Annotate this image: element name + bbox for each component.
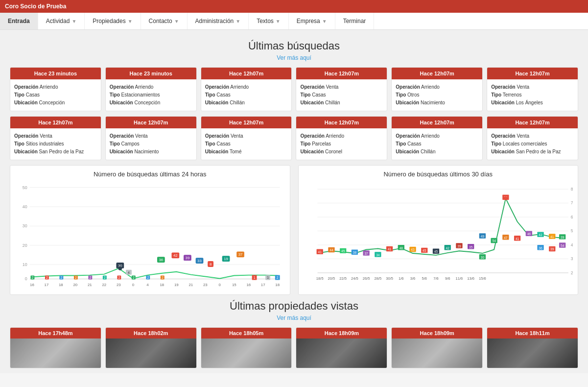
busqueda-card[interactable]: Hace 12h07m Operación Arriendo Tipo Parc… — [296, 116, 387, 160]
props-cards-grid: Hace 17h48m Hace 18h02m Hace 18h05m Hace… — [10, 327, 578, 368]
chart-30d: Número de búsquedas últimos 30 días 80 7… — [298, 165, 579, 295]
svg-text:44: 44 — [329, 248, 333, 252]
prop-card-header: Hace 18h05m — [201, 328, 292, 339]
svg-text:21: 21 — [188, 283, 193, 287]
svg-text:39: 39 — [560, 236, 564, 239]
prop-card[interactable]: Hace 18h09m — [296, 327, 387, 368]
svg-text:2: 2 — [31, 276, 33, 279]
busqueda-card[interactable]: Hace 12h07m Operación Venta Tipo Terreno… — [487, 67, 578, 111]
card-header: Hace 12h07m — [487, 117, 578, 128]
busqueda-card[interactable]: Hace 12h07m Operación Venta Tipo Casas U… — [201, 116, 292, 160]
prop-card[interactable]: Hace 18h02m — [105, 327, 197, 368]
card-body: Operación Arriendo Tipo Estacionamientos… — [106, 79, 196, 111]
nav-actividad[interactable]: Actividad ▼ — [38, 13, 85, 29]
nav-textos[interactable]: Textos ▼ — [249, 13, 289, 29]
svg-text:47: 47 — [504, 236, 508, 240]
busqueda-card[interactable]: Hace 12h07m Operación Arriendo Tipo Casa… — [391, 116, 483, 160]
svg-text:41: 41 — [387, 247, 391, 251]
svg-text:2: 2 — [147, 276, 149, 279]
busqueda-card[interactable]: Hace 23 minutos Operación Arriendo Tipo … — [10, 67, 101, 111]
busqueda-card[interactable]: Hace 23 minutos Operación Arriendo Tipo … — [105, 67, 197, 111]
nav-terminar[interactable]: Terminar — [335, 13, 375, 29]
svg-text:22: 22 — [102, 283, 106, 287]
svg-text:22/5: 22/5 — [339, 276, 347, 281]
ultimas-busquedas-link[interactable]: Ver más aquí — [10, 54, 578, 61]
svg-point-127 — [504, 196, 508, 200]
svg-text:50: 50 — [570, 228, 573, 233]
prop-card[interactable]: Hace 18h05m — [201, 327, 292, 368]
svg-text:20/5: 20/5 — [328, 276, 335, 281]
chevron-down-icon: ▼ — [322, 19, 327, 24]
svg-text:49: 49 — [480, 235, 484, 238]
svg-text:19: 19 — [174, 283, 179, 287]
svg-text:30: 30 — [480, 256, 484, 259]
chevron-down-icon: ▼ — [235, 19, 240, 24]
svg-text:8: 8 — [210, 262, 212, 266]
busqueda-card[interactable]: Hace 12h07m Operación Arriendo Tipo Casa… — [201, 67, 292, 111]
ultimas-propiedades-link[interactable]: Ver más aquí — [10, 314, 578, 321]
nav-administracion[interactable]: Administración ▼ — [188, 13, 249, 29]
main-content: Últimas búsquedas Ver más aquí Hace 23 m… — [0, 30, 588, 373]
svg-text:45: 45 — [341, 249, 345, 253]
busquedas-cards-row2: Hace 12h07m Operación Venta Tipo Sitios … — [10, 116, 578, 160]
prop-card-header: Hace 18h09m — [296, 328, 387, 339]
svg-text:20: 20 — [23, 243, 27, 248]
svg-text:23: 23 — [203, 283, 208, 287]
svg-text:17: 17 — [45, 283, 49, 287]
nav-propiedades[interactable]: Propiedades ▼ — [85, 13, 141, 29]
card-header: Hace 12h07m — [296, 117, 387, 128]
svg-text:60: 60 — [570, 215, 573, 219]
busqueda-card[interactable]: Hace 12h07m Operación Venta Tipo Casas U… — [296, 67, 387, 111]
nav-empresa[interactable]: Empresa ▼ — [289, 13, 335, 29]
svg-text:2: 2 — [75, 276, 77, 279]
card-header: Hace 12h07m — [106, 117, 196, 128]
svg-text:42: 42 — [446, 246, 449, 250]
svg-text:1/6: 1/6 — [399, 276, 404, 281]
card-body: Operación Venta Tipo Sitios industriales… — [10, 128, 101, 160]
prop-card[interactable]: Hace 18h11m — [487, 327, 578, 368]
svg-text:16: 16 — [30, 283, 34, 287]
svg-text:41: 41 — [318, 250, 322, 254]
svg-text:3/6: 3/6 — [410, 276, 415, 281]
svg-text:2: 2 — [277, 276, 279, 279]
svg-text:45: 45 — [434, 250, 438, 253]
nav-entrada[interactable]: Entrada — [0, 13, 38, 29]
chart-30d-svg: 80 70 60 50 40 30 20 41 44 — [304, 182, 573, 290]
busqueda-card[interactable]: Hace 12h07m Operación Arriendo Tipo Otro… — [391, 67, 483, 111]
title-bar-label: Coro Socio de Prueba — [5, 3, 66, 10]
svg-text:15: 15 — [232, 283, 236, 287]
svg-text:15/6: 15/6 — [479, 276, 486, 281]
chart-30d-title: Número de búsquedas últimos 30 días — [304, 170, 573, 178]
prop-card-header: Hace 18h09m — [392, 328, 482, 339]
busqueda-card[interactable]: Hace 12h07m Operación Venta Tipo Locales… — [487, 116, 578, 160]
svg-text:18: 18 — [275, 283, 280, 287]
svg-text:30/5: 30/5 — [386, 276, 393, 281]
svg-text:7/6: 7/6 — [433, 276, 439, 281]
svg-text:46: 46 — [527, 232, 531, 236]
card-header: Hace 12h07m — [296, 68, 387, 79]
busqueda-card[interactable]: Hace 12h07m Operación Venta Tipo Campos … — [105, 116, 197, 160]
svg-text:4: 4 — [128, 271, 130, 274]
svg-text:30: 30 — [23, 223, 27, 228]
svg-text:2: 2 — [133, 276, 135, 279]
chevron-down-icon: ▼ — [128, 19, 133, 24]
svg-text:13/6: 13/6 — [467, 276, 474, 281]
card-header: Hace 23 minutos — [106, 68, 196, 79]
prop-card[interactable]: Hace 18h09m — [391, 327, 483, 368]
svg-text:11/6: 11/6 — [455, 276, 463, 281]
card-body: Operación Arriendo Tipo Otros Ubicación … — [392, 79, 482, 111]
busquedas-cards-row1: Hace 23 minutos Operación Arriendo Tipo … — [10, 67, 578, 111]
svg-text:20: 20 — [570, 270, 573, 275]
busqueda-card[interactable]: Hace 12h07m Operación Venta Tipo Sitios … — [10, 116, 101, 160]
svg-text:1: 1 — [267, 276, 269, 279]
card-header: Hace 12h07m — [201, 117, 292, 128]
svg-text:2: 2 — [104, 276, 106, 279]
nav-contacto[interactable]: Contacto ▼ — [141, 13, 188, 29]
chart-24h-title: Número de búsquedas últimas 24 horas — [15, 170, 285, 178]
svg-text:21: 21 — [88, 283, 92, 287]
title-bar: Coro Socio de Prueba — [0, 0, 588, 13]
prop-card[interactable]: Hace 17h48m — [10, 327, 101, 368]
card-body: Operación Arriendo Tipo Casas Ubicación … — [10, 79, 101, 111]
svg-text:18: 18 — [160, 283, 164, 287]
svg-text:38: 38 — [353, 251, 356, 254]
